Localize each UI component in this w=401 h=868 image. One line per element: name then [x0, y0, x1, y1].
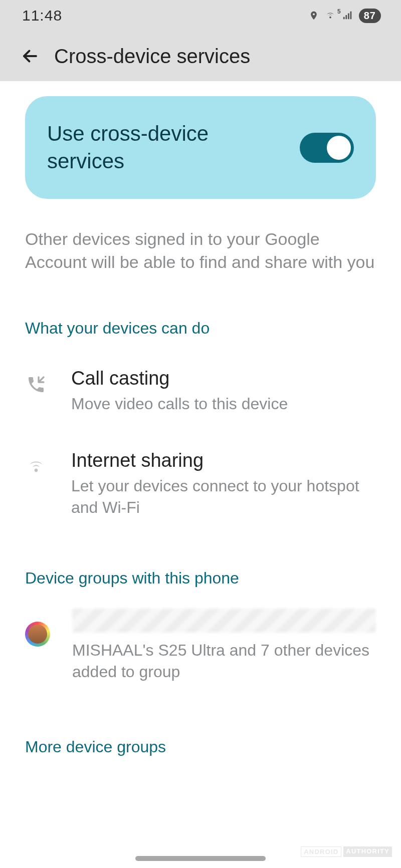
watermark-text-a: ANDROID	[301, 846, 341, 857]
location-icon	[309, 10, 319, 22]
group-name-redacted	[72, 609, 376, 633]
status-bar: 11:48 5 87	[0, 0, 401, 31]
avatar	[25, 622, 50, 647]
feature-title: Internet sharing	[71, 450, 376, 471]
section-more-groups-header[interactable]: More device groups	[25, 738, 376, 756]
master-toggle-card[interactable]: Use cross-device services	[25, 96, 376, 199]
status-icons: 5 87	[309, 9, 381, 23]
master-toggle-switch[interactable]	[300, 133, 354, 163]
back-button[interactable]	[20, 46, 40, 66]
arrow-left-icon	[21, 47, 39, 65]
signal-icon	[342, 10, 354, 21]
feature-title: Call casting	[71, 368, 376, 389]
wifi-icon	[25, 450, 47, 484]
group-subtitle: MISHAAL's S25 Ultra and 7 other devices …	[72, 640, 376, 683]
feature-subtitle: Let your devices connect to your hotspot…	[71, 475, 376, 518]
wifi-band: 5	[337, 8, 341, 15]
wifi-icon: 5	[324, 10, 337, 21]
call-incoming-icon	[25, 368, 47, 402]
toggle-description: Other devices signed in to your Google A…	[25, 228, 376, 274]
feature-internet-sharing[interactable]: Internet sharing Let your devices connec…	[25, 450, 376, 518]
feature-subtitle: Move video calls to this device	[71, 393, 376, 415]
toggle-knob	[327, 136, 351, 160]
app-header: Cross-device services	[0, 31, 401, 81]
page-title: Cross-device services	[54, 45, 250, 68]
device-group-item[interactable]: MISHAAL's S25 Ultra and 7 other devices …	[25, 609, 376, 683]
watermark: ANDROID AUTHORITY	[301, 846, 392, 857]
feature-call-casting[interactable]: Call casting Move video calls to this de…	[25, 368, 376, 415]
battery-indicator: 87	[359, 9, 381, 23]
nav-bar-indicator[interactable]	[135, 856, 266, 861]
status-time: 11:48	[22, 7, 62, 24]
watermark-text-b: AUTHORITY	[343, 846, 392, 857]
section-capabilities-header: What your devices can do	[25, 319, 376, 338]
section-device-groups-header: Device groups with this phone	[25, 569, 376, 588]
master-toggle-label: Use cross-device services	[47, 120, 238, 175]
